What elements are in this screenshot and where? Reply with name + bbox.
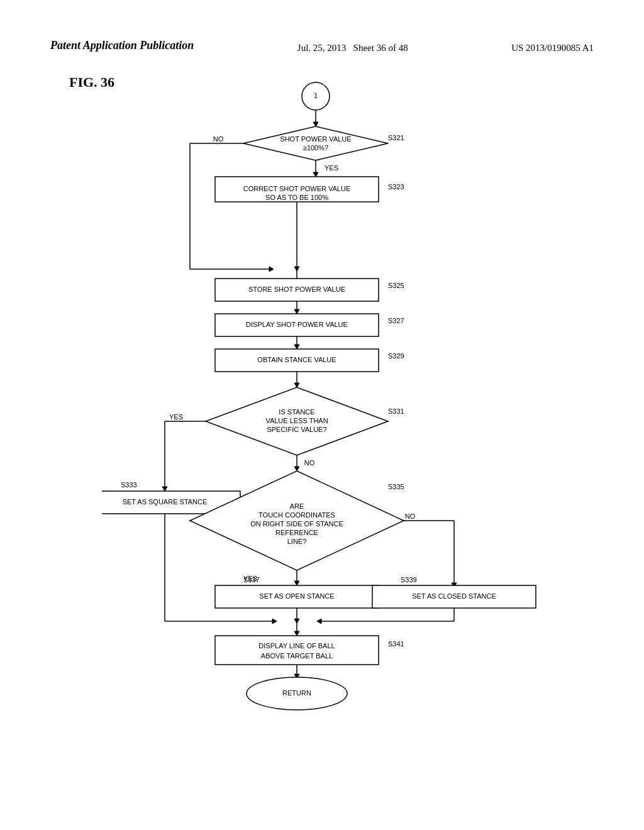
s341-label: S341	[388, 640, 404, 648]
svg-marker-46	[317, 619, 321, 624]
page-header: Patent Application Publication Jul. 25, …	[50, 38, 594, 55]
s323-text2: SO AS TO BE 100%	[265, 194, 328, 201]
svg-marker-33	[294, 467, 299, 471]
patent-number: US 2013/0190085 A1	[511, 38, 594, 55]
return-text: RETURN	[282, 689, 311, 697]
s337-label: S337	[243, 576, 260, 584]
s321-text-line2: ≥100%?	[303, 144, 328, 152]
s341-text2: ABOVE TARGET BALL	[261, 652, 333, 660]
no-label-s331: NO	[304, 459, 315, 467]
s327-label: S327	[388, 317, 404, 324]
s323-label: S323	[388, 183, 404, 191]
svg-marker-20	[294, 345, 299, 349]
svg-marker-7	[269, 267, 274, 272]
svg-rect-49	[215, 636, 379, 665]
s335-label: S335	[388, 483, 404, 490]
s331-text1: IS STANCE	[279, 408, 314, 416]
svg-marker-17	[294, 309, 299, 314]
s325-label: S325	[388, 282, 404, 289]
svg-marker-27	[162, 487, 167, 491]
s321-label: S321	[388, 134, 404, 141]
s327-text: DISPLAY SHOT POWER VALUE	[246, 321, 348, 328]
s333-label: S333	[121, 481, 137, 489]
s329-label: S329	[388, 352, 404, 360]
start-circle: 1	[314, 92, 318, 99]
s323-text: CORRECT SHOT POWER VALUE	[243, 185, 351, 192]
yes-label-s331: YES	[169, 413, 183, 421]
s335-text5: LINE?	[287, 538, 307, 545]
figure-area: FIG. 36 1 S321 SHOT POWER VALUE ≥100%? N…	[50, 74, 594, 753]
publication-date: Jul. 25, 2013 Sheet 36 of 48	[297, 38, 408, 55]
s339-label: S339	[401, 576, 417, 584]
svg-marker-2	[313, 122, 318, 126]
flowchart: 1 S321 SHOT POWER VALUE ≥100%? NO YES	[102, 74, 542, 753]
s339-text: SET AS CLOSED STANCE	[412, 592, 496, 600]
s333-text: SET AS SQUARE STANCE	[123, 498, 208, 506]
s335-text4: REFERENCE	[275, 529, 318, 536]
s325-text: STORE SHOT POWER VALUE	[248, 285, 345, 293]
s321-text-line1: SHOT POWER VALUE	[280, 135, 351, 143]
yes-label-s321: YES	[325, 164, 338, 172]
s329-text: OBTAIN STANCE VALUE	[257, 356, 336, 363]
s335-text3: ON RIGHT SIDE OF STANCE	[250, 520, 343, 528]
svg-marker-36	[294, 581, 299, 585]
svg-marker-9	[313, 172, 318, 177]
page: Patent Application Publication Jul. 25, …	[0, 0, 644, 830]
publication-title: Patent Application Publication	[50, 38, 194, 53]
figure-label: FIG. 36	[69, 74, 114, 91]
s335-text1: ARE	[290, 502, 304, 510]
s337-text: SET AS OPEN STANCE	[259, 592, 334, 600]
s331-text2: VALUE LESS THAN	[265, 417, 328, 424]
svg-marker-23	[294, 383, 299, 387]
svg-marker-31	[272, 619, 277, 624]
s341-text1: DISPLAY LINE OF BALL	[258, 642, 335, 650]
no-label-s321: NO	[213, 135, 224, 143]
svg-marker-48	[294, 631, 299, 636]
s331-label: S331	[388, 407, 404, 415]
s331-text3: SPECIFIC VALUE?	[267, 426, 326, 433]
no-label-s335: NO	[405, 512, 416, 520]
s335-text2: TOUCH COORDINATES	[258, 511, 335, 519]
